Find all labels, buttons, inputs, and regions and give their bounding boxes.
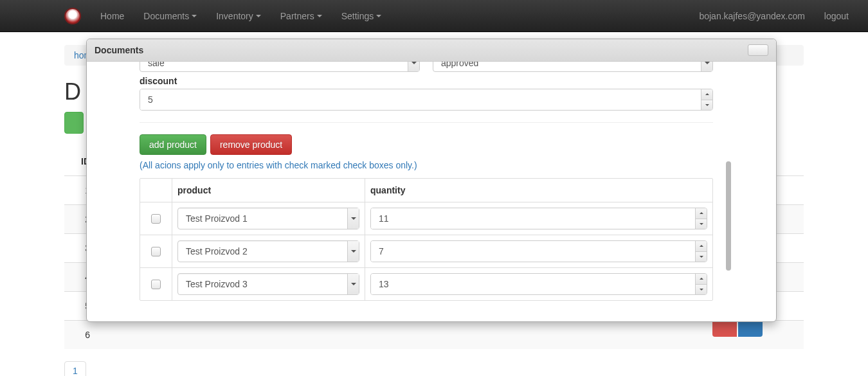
dialog-body: sale approved discount add product re <box>87 62 776 322</box>
stepper-down-icon[interactable] <box>696 285 707 295</box>
bg-add-button[interactable] <box>64 112 84 134</box>
navbar: Home Documents Inventory Partners Settin… <box>0 0 868 32</box>
nav-settings-label: Settings <box>341 11 374 21</box>
stepper-down-icon[interactable] <box>696 252 707 262</box>
status-select-value: approved <box>441 62 701 68</box>
product-select-value: Test Proizvod 2 <box>186 246 347 256</box>
type-select-value: sale <box>148 62 408 68</box>
table-row: Test Proizvod 3 <box>140 268 712 300</box>
nav-inventory-label: Inventory <box>216 11 253 21</box>
product-select-value: Test Proizvod 3 <box>186 279 347 289</box>
row-checkbox[interactable] <box>151 280 161 289</box>
nav-partners[interactable]: Partners <box>271 1 332 31</box>
discount-stepper[interactable] <box>140 89 713 111</box>
nav-logout[interactable]: logout <box>815 1 858 31</box>
add-product-button[interactable]: add product <box>140 134 206 155</box>
table-row: Test Proizvod 1 <box>140 202 712 235</box>
chevron-down-icon[interactable] <box>347 241 359 262</box>
discount-label: discount <box>140 76 713 86</box>
chevron-down-icon[interactable] <box>701 62 712 71</box>
product-select[interactable]: Test Proizvod 3 <box>177 273 359 295</box>
page-number[interactable]: 1 <box>64 361 86 376</box>
quantity-input[interactable] <box>371 274 695 294</box>
quantity-stepper[interactable] <box>370 273 707 295</box>
nav-documents[interactable]: Documents <box>134 1 206 31</box>
nav-settings[interactable]: Settings <box>332 1 392 31</box>
col-product-header: product <box>172 179 365 202</box>
products-table: product quantity Test Proizvod 1 <box>140 178 713 301</box>
actions-hint: (All acions apply only to entries with c… <box>140 160 713 170</box>
chevron-down-icon[interactable] <box>347 208 359 229</box>
row-checkbox[interactable] <box>151 247 161 256</box>
stepper-up-icon[interactable] <box>701 89 712 100</box>
dialog-titlebar[interactable]: Documents <box>87 39 776 62</box>
stepper-down-icon[interactable] <box>701 100 712 111</box>
table-header-row: product quantity <box>140 179 712 202</box>
quantity-stepper[interactable] <box>370 240 707 262</box>
stepper-up-icon[interactable] <box>696 241 707 252</box>
status-select[interactable]: approved <box>433 62 713 72</box>
stepper-down-icon[interactable] <box>696 219 707 229</box>
chevron-down-icon[interactable] <box>408 62 419 71</box>
bg-cell-id: 6 <box>69 330 95 340</box>
type-select[interactable]: sale <box>140 62 420 72</box>
pagination: 1 <box>64 361 86 376</box>
quantity-stepper[interactable] <box>370 208 707 229</box>
quantity-input[interactable] <box>371 241 695 262</box>
nav-documents-label: Documents <box>143 11 189 21</box>
product-select[interactable]: Test Proizvod 2 <box>177 240 359 262</box>
discount-input[interactable] <box>140 89 701 110</box>
col-quantity-header: quantity <box>365 179 712 202</box>
chevron-down-icon <box>376 15 381 17</box>
stepper-up-icon[interactable] <box>696 274 707 285</box>
row-checkbox[interactable] <box>151 214 161 224</box>
product-select[interactable]: Test Proizvod 1 <box>177 208 359 229</box>
product-select-value: Test Proizvod 1 <box>186 213 347 224</box>
dialog-close-button[interactable] <box>748 44 768 56</box>
brand-logo[interactable] <box>64 8 81 24</box>
documents-dialog: Documents sale approved discount <box>86 39 777 322</box>
table-row: Test Proizvod 2 <box>140 235 712 268</box>
dialog-title-text: Documents <box>95 45 143 55</box>
dialog-scrollbar[interactable] <box>726 161 731 271</box>
nav-home[interactable]: Home <box>91 1 134 31</box>
nav-partners-label: Partners <box>280 11 314 21</box>
chevron-down-icon <box>317 15 322 17</box>
chevron-down-icon[interactable] <box>347 274 359 294</box>
stepper-up-icon[interactable] <box>696 208 707 219</box>
nav-user-email[interactable]: bojan.kajfes@yandex.com <box>689 1 814 31</box>
divider <box>140 122 713 123</box>
nav-inventory[interactable]: Inventory <box>206 1 271 31</box>
remove-product-button[interactable]: remove product <box>210 134 292 155</box>
quantity-input[interactable] <box>371 208 695 229</box>
col-check-header <box>140 179 172 202</box>
chevron-down-icon <box>192 15 197 17</box>
chevron-down-icon <box>256 15 261 17</box>
